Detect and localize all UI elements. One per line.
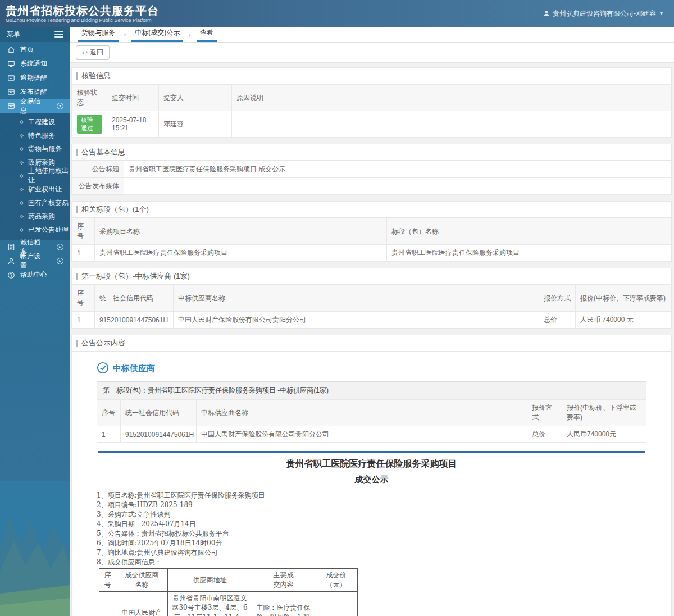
submenu-item-land-use[interactable]: 土地使用权出让 bbox=[0, 169, 70, 182]
column-header: 提交时间 bbox=[107, 85, 159, 111]
sidebar-item-label: 逾期提醒 bbox=[20, 73, 47, 83]
deal-supplier-name: 中国人民财产保险股份有限公司贵阳分公司 bbox=[116, 592, 168, 616]
deal-content: 主险：医疗责任保险；附加险：1.附加医疗机构场所责任保险；2.医务人员意外险； bbox=[252, 592, 315, 616]
reason bbox=[232, 111, 671, 138]
section-verification: 核验信息 核验状态 提交时间 提交人 原因说明 核验通过 2025-07-18 … bbox=[71, 67, 672, 138]
column-header: 提交人 bbox=[159, 85, 232, 111]
hamburger-icon[interactable] bbox=[54, 29, 63, 39]
section-bar-icon bbox=[76, 72, 78, 80]
document-subtitle: 成交公示 bbox=[97, 474, 646, 485]
column-header: 成交供应商 名称 bbox=[116, 569, 168, 592]
section-title: 第一标段（包）-中标供应商 (1家) bbox=[72, 268, 671, 285]
section-title-text: 公告基本信息 bbox=[81, 147, 125, 157]
submenu-item-published-notices[interactable]: 已发公告处理 bbox=[0, 223, 70, 236]
award-heading-text: 中标供应商 bbox=[113, 363, 155, 374]
content-supplier-table: 序号 统一社会信用代码 中标供应商名称 报价方式 报价(中标价、下浮率或费率) … bbox=[97, 399, 646, 443]
sidebar-item-system-notice[interactable]: 系统通知 bbox=[0, 57, 70, 71]
chevron-right-icon: › bbox=[189, 31, 190, 42]
mountain-background bbox=[0, 481, 70, 616]
column-header: 序 号 bbox=[99, 569, 116, 592]
doc-line: 5、公告媒体：贵州省招标投标公共服务平台 bbox=[97, 529, 646, 539]
back-button[interactable]: ↩ 返回 bbox=[76, 45, 110, 60]
breadcrumb-view[interactable]: 查看 bbox=[197, 27, 217, 42]
submenu-item-drug-procurement[interactable]: 药品采购 bbox=[0, 209, 70, 223]
column-header: 报价方式 bbox=[527, 400, 562, 426]
credit-code: 91520100914475061H bbox=[95, 312, 174, 328]
sidebar-item-home[interactable]: 首页 bbox=[0, 43, 70, 57]
folder-icon bbox=[7, 88, 15, 96]
submenu-label: 国有产权交易 bbox=[28, 198, 69, 208]
column-header: 标段（包）名称 bbox=[387, 218, 671, 245]
diamond-bullet-icon bbox=[20, 174, 24, 177]
submenu-label: 矿业权出让 bbox=[28, 185, 62, 194]
quote-method: 总价 bbox=[539, 312, 576, 328]
submenu-label: 药品采购 bbox=[28, 212, 55, 221]
doc-line: 3、采购方式:竞争性谈判 bbox=[97, 510, 646, 519]
column-header: 报价(中标价、下浮率或费率) bbox=[576, 285, 671, 312]
diamond-bullet-icon bbox=[20, 147, 24, 150]
back-label: 返回 bbox=[90, 48, 103, 57]
table-row: 1 91520100914475061H 中国人民财产保险股份有限公司贵阳分公司… bbox=[72, 312, 671, 328]
lot-header-strip: 第一标段(包)：贵州省职工医院医疗责任保险服务采购项目 -中标供应商(1家) bbox=[97, 381, 646, 399]
section-bar-icon bbox=[76, 149, 78, 156]
table-row: 核验通过 2025-07-18 15:21 邓廷容 bbox=[72, 111, 671, 138]
person-icon bbox=[7, 257, 15, 265]
sidebar-item-overdue-reminder[interactable]: 逾期提醒 bbox=[0, 71, 70, 85]
sidebar-item-label: 系统通知 bbox=[20, 59, 47, 69]
list-icon bbox=[7, 243, 15, 251]
supplier-name: 中国人民财产保险股份有限公司贵阳分公司 bbox=[197, 426, 527, 443]
diamond-bullet-icon bbox=[20, 160, 24, 164]
app-subtitle: GuiZhou Province Tendering and Bidding P… bbox=[6, 17, 159, 23]
brand: 贵州省招标投标公共服务平台 GuiZhou Province Tendering… bbox=[6, 4, 159, 23]
sidebar-item-transaction-info[interactable]: 交易信息 ▾ bbox=[0, 99, 70, 113]
sidebar-item-label: 首页 bbox=[20, 45, 34, 54]
submenu-label: 政府采购 bbox=[28, 158, 55, 167]
chevron-right-icon: › bbox=[124, 31, 126, 42]
submenu-item-state-property[interactable]: 国有产权交易 bbox=[0, 196, 70, 209]
column-header: 中标供应商名称 bbox=[174, 285, 539, 312]
column-header: 报价(中标价、下浮率或费率) bbox=[562, 400, 646, 426]
project-name: 贵州省职工医院医疗责任保险服务采购项目 bbox=[95, 245, 387, 262]
row-index: 1 bbox=[72, 312, 95, 328]
verification-table: 核验状态 提交时间 提交人 原因说明 核验通过 2025-07-18 15:21… bbox=[72, 84, 671, 138]
announcement-panel: 中标供应商 第一标段(包)：贵州省职工医院医疗责任保险服务采购项目 -中标供应商… bbox=[72, 352, 671, 616]
sidebar-item-account-settings[interactable]: 帐户设置 ▸ bbox=[0, 254, 70, 268]
submenu-item-goods-services[interactable]: 货物与服务 bbox=[0, 142, 70, 156]
submenu-item-engineering[interactable]: 工程建设 bbox=[0, 115, 70, 129]
user-menu[interactable]: 贵州弘典建设咨询有限公司-邓廷容 ▼ bbox=[543, 9, 664, 19]
row-index: 1 bbox=[97, 426, 121, 443]
announcement-media-value bbox=[124, 178, 671, 195]
section-title: 公告基本信息 bbox=[72, 144, 671, 161]
lot-name: 贵州省职工医院医疗责任保险服务采购项目 bbox=[387, 245, 671, 262]
table-row: 公告发布媒体 bbox=[72, 178, 671, 195]
table-row: 公告标题 贵州省职工医院医疗责任保险服务采购项目 成交公示 bbox=[72, 161, 671, 178]
column-header: 供应商地址 bbox=[168, 569, 252, 592]
user-name: 贵州弘典建设咨询有限公司-邓廷容 bbox=[553, 9, 656, 19]
breadcrumb-goods-services[interactable]: 货物与服务 bbox=[78, 27, 119, 42]
chevron-down-icon: ▼ bbox=[659, 11, 664, 16]
folder-icon bbox=[7, 74, 15, 82]
section-bar-icon bbox=[76, 340, 78, 347]
target-icon bbox=[97, 362, 109, 376]
section-title-text: 第一标段（包）-中标供应商 (1家) bbox=[81, 271, 190, 281]
doc-line: 1、项目名称:贵州省职工医院医疗责任保险服务采购项目 bbox=[97, 491, 646, 500]
breadcrumb-award-notice[interactable]: 中标(成交)公示 bbox=[131, 27, 183, 42]
section-title: 核验信息 bbox=[72, 68, 671, 84]
announcement-title-value: 贵州省职工医院医疗责任保险服务采购项目 成交公示 bbox=[124, 161, 671, 178]
winning-supplier-table: 序号 统一社会信用代码 中标供应商名称 报价方式 报价(中标价、下浮率或费率) … bbox=[72, 285, 671, 328]
section-title-text: 公告公示内容 bbox=[81, 338, 125, 348]
submenu-item-mining-rights[interactable]: 矿业权出让 bbox=[0, 182, 70, 196]
submenu-item-special-services[interactable]: 特色服务 bbox=[0, 129, 70, 142]
supplier-name: 中国人民财产保险股份有限公司贵阳分公司 bbox=[174, 312, 539, 328]
sidebar-item-help-center[interactable]: 帮助中心 bbox=[0, 268, 70, 282]
table-row: 1 贵州省职工医院医疗责任保险服务采购项目 贵州省职工医院医疗责任保险服务采购项… bbox=[72, 245, 671, 262]
sidebar-item-label: 帮助中心 bbox=[20, 270, 47, 280]
question-circle-icon bbox=[7, 271, 15, 279]
diamond-bullet-icon bbox=[20, 120, 24, 124]
diamond-bullet-icon bbox=[20, 200, 24, 204]
column-header: 统一社会信用代码 bbox=[95, 285, 174, 312]
breadcrumb: 货物与服务 › 中标(成交)公示 › 查看 bbox=[70, 27, 674, 43]
diamond-bullet-icon bbox=[20, 227, 24, 231]
section-announcement-info: 公告基本信息 公告标题 贵州省职工医院医疗责任保险服务采购项目 成交公示 公告发… bbox=[71, 144, 672, 195]
award-heading: 中标供应商 bbox=[97, 358, 646, 381]
